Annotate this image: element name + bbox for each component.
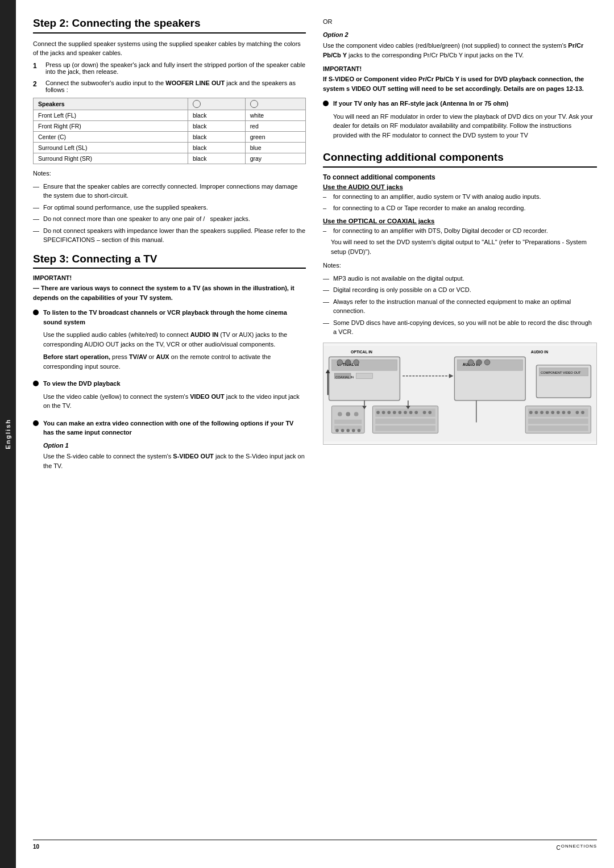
bullet-circle-3 [33, 420, 39, 426]
left-column: Step 2: Connecting the speakers Connect … [33, 17, 306, 834]
table-row: Front Left (FL) black white [34, 110, 306, 121]
speaker-table: Speakers Front Left (FL) black white [33, 98, 306, 164]
speaker-col2: black [188, 110, 245, 121]
svg-point-38 [404, 411, 407, 414]
connection-diagram: OPTICAL IN AUDIO IN OPTICAL IN COAXIAL I… [323, 343, 597, 445]
step2-num2: 2 [33, 80, 41, 88]
svg-point-47 [529, 411, 533, 414]
bullet-circle-1 [33, 310, 39, 315]
svg-point-53 [562, 411, 566, 414]
diagram-svg: OPTICAL IN AUDIO IN OPTICAL IN COAXIAL I… [323, 343, 596, 444]
option1-label: Option 1 [43, 441, 306, 450]
bullet-3-content: You can make an extra video connection w… [43, 419, 306, 474]
step2-intro: Connect the supplied speaker systems usi… [33, 39, 306, 58]
bullet-2: To view the DVD playback Use the video c… [33, 379, 306, 414]
svideo-bold: S-VIDEO OUT [173, 453, 214, 460]
bullet-1-extra: Before start operation, press TV/AV or A… [43, 352, 306, 371]
svg-point-52 [557, 411, 560, 414]
svg-rect-45 [528, 418, 588, 424]
step2-content2: Connect the subwoofer's audio input to t… [45, 80, 306, 93]
step2-text1: Press up (or down) the speaker's jack an… [45, 61, 305, 75]
speaker-name: Front Right (FR) [34, 121, 188, 132]
optical-section: Use the OPTICAL or COAXIAL jacks – for c… [323, 218, 597, 257]
table-header-col3 [245, 98, 305, 110]
rf-title: If your TV only has an RF-style jack (An… [333, 100, 508, 107]
svg-point-49 [540, 411, 544, 414]
step2-item1: 1 Press up (or down) the speaker's jack … [33, 61, 306, 75]
speaker-name: Surround Right (SR) [34, 153, 188, 164]
bullet-2-title: To view the DVD playback [43, 380, 121, 387]
sidebar: English [0, 0, 16, 868]
step2-title: Step 2: Connecting the speakers [33, 17, 306, 34]
speaker-col2: black [188, 143, 245, 153]
bullet-2-content: To view the DVD playback Use the video c… [43, 379, 306, 414]
step3-important: IMPORTANT! — There are various ways to c… [33, 274, 306, 302]
bullet-1-content: To listen to the TV broadcast channels o… [43, 308, 306, 374]
woofer-bold: WOOFER LINE OUT [165, 80, 225, 86]
additional-section: Connecting additional components To conn… [323, 151, 597, 445]
step3-important-text: — There are various ways to connect the … [33, 283, 306, 302]
svg-point-34 [382, 411, 385, 414]
speaker-col3: blue [245, 143, 305, 153]
option2-label: Option 2 [323, 30, 597, 40]
audio-out-point-1: – for connecting to an amplifier, audio … [323, 192, 597, 202]
table-row: Surround Right (SR) black gray [34, 153, 306, 164]
svg-point-14 [484, 360, 490, 365]
audio-out-section: Use the AUDIO OUT jacks – for connecting… [323, 183, 597, 213]
right-important-label: IMPORTANT! [323, 65, 597, 72]
svg-point-5 [337, 360, 343, 365]
circle-icon-1 [193, 100, 201, 108]
step2-item2: 2 Connect the subwoofer's audio input to… [33, 80, 306, 93]
notes2-section: Notes: — MP3 audio is not available on t… [323, 261, 597, 337]
note2-text-4: Some DVD discs have anti-copying devices… [333, 318, 597, 337]
svg-rect-31 [375, 418, 435, 424]
audio-out-point-2: – for connecting to a CD or Tape recorde… [323, 203, 597, 213]
svg-point-12 [468, 360, 474, 365]
right-important-text: If S-VIDEO or Component video Pr/Cr Pb/C… [323, 74, 597, 93]
svg-point-37 [399, 411, 402, 414]
speaker-col2: black [188, 121, 245, 132]
svg-point-51 [551, 411, 554, 414]
rf-bullet: If your TV only has an RF-style jack (An… [323, 99, 597, 143]
audio-out-text-1: for connecting to an amplifier, audio sy… [333, 192, 541, 202]
or-section: OR Option 2 Use the component video cabl… [323, 17, 597, 60]
note2-text-1: MP3 audio is not available on the digita… [333, 274, 464, 283]
bullet-circle-2 [33, 381, 39, 386]
svg-text:COMPONENT VIDEO OUT: COMPONENT VIDEO OUT [541, 371, 581, 374]
speaker-col3: green [245, 132, 305, 143]
table-row: Front Right (FR) black red [34, 121, 306, 132]
svg-point-35 [387, 411, 391, 414]
note-2: — For optimal sound performance, use the… [33, 203, 306, 212]
rf-text: You will need an RF modulator in order t… [333, 112, 597, 140]
svg-point-42 [428, 411, 432, 414]
rf-bullet-content: If your TV only has an RF-style jack (An… [333, 99, 597, 143]
note-text-2: For optimal sound performance, use the s… [43, 203, 208, 212]
note-text-3: Do not connect more than one speaker to … [43, 214, 250, 224]
additional-title: Connecting additional components [323, 151, 597, 168]
svg-point-28 [358, 429, 361, 432]
svg-point-41 [423, 411, 426, 414]
speaker-name: Surround Left (SL) [34, 143, 188, 153]
footer-page: 10 [33, 844, 39, 851]
to-connect-title: To connect additional components [323, 173, 597, 181]
speaker-col2: black [188, 132, 245, 143]
svg-rect-22 [334, 419, 362, 424]
svg-point-20 [346, 412, 350, 416]
speaker-col3: gray [245, 153, 305, 164]
bullet-1-text: Use the supplied audio cables (white/red… [43, 330, 306, 349]
step2-content1: Press up (or down) the speaker's jack an… [45, 61, 306, 75]
aux-bold: AUX [156, 353, 169, 360]
svg-point-24 [335, 429, 339, 432]
table-row: Surround Left (SL) black blue [34, 143, 306, 153]
footer-label: CONNECTIONS [556, 844, 597, 851]
svg-point-36 [393, 411, 396, 414]
svg-point-25 [341, 429, 345, 432]
svg-point-39 [409, 411, 413, 414]
svg-point-27 [352, 429, 355, 432]
step2-num1: 1 [33, 62, 41, 70]
optical-point-2: You will need to set the DVD system's di… [331, 237, 597, 256]
page-container: English Step 2: Connecting the speakers … [0, 0, 614, 868]
prcr-bold: Pr/Cr Pb/Cb Y [323, 42, 583, 59]
svg-point-55 [576, 411, 579, 414]
bullet-1-title: To listen to the TV broadcast channels o… [43, 309, 287, 326]
